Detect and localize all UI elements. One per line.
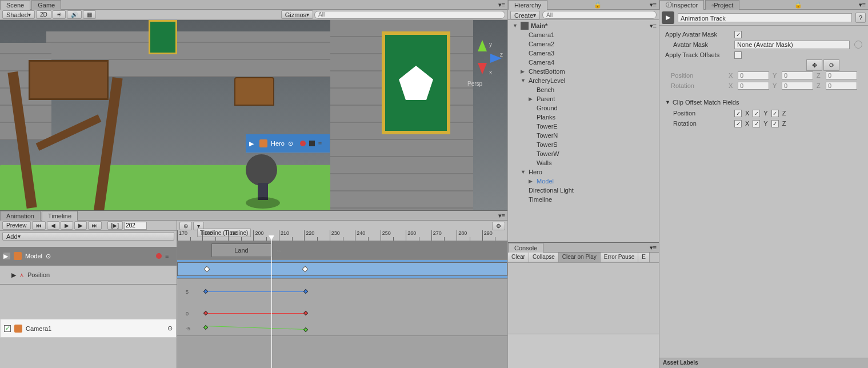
track-name-field[interactable]: Animation Track bbox=[678, 13, 852, 22]
hierarchy-item[interactable]: Directional Light bbox=[508, 186, 659, 195]
btn-2d[interactable]: 2D bbox=[36, 10, 51, 19]
rotate-tool-icon[interactable]: ⟳ bbox=[823, 59, 839, 71]
hierarchy-item[interactable]: Bench bbox=[508, 85, 659, 94]
play-icon[interactable]: ▶ bbox=[61, 221, 73, 230]
timeline-ruler[interactable]: ⊕ ▾ Timeline (Timeline) ⚙ 17018019020021… bbox=[177, 221, 507, 241]
position-x-input[interactable] bbox=[738, 71, 769, 79]
panel-menu-icon[interactable]: ▾≡ bbox=[647, 1, 659, 9]
prev-frame-icon[interactable]: ◀ bbox=[47, 221, 59, 230]
match-pos-x-checkbox[interactable] bbox=[734, 110, 742, 117]
persp-label[interactable]: Persp bbox=[467, 81, 482, 87]
keyframe-icon[interactable] bbox=[203, 311, 208, 315]
section-clip-offset[interactable]: ▼ Clip Offset Match Fields bbox=[662, 97, 866, 108]
help-icon[interactable]: ? bbox=[855, 13, 866, 23]
hierarchy-item[interactable]: ▶ChestBottom bbox=[508, 67, 659, 76]
scene-menu-icon[interactable]: ▾≡ bbox=[650, 22, 657, 30]
asset-labels-header[interactable]: Asset Labels bbox=[659, 358, 868, 368]
avatar-mask-field[interactable]: None (Avatar Mask) bbox=[734, 41, 850, 49]
hierarchy-item[interactable]: ▶Model bbox=[508, 177, 659, 186]
expand-icon[interactable]: ▼ bbox=[513, 23, 518, 29]
scene-viewport[interactable]: y x z Persp bbox=[0, 20, 507, 210]
keyframe-icon[interactable] bbox=[303, 289, 308, 294]
clip-land[interactable]: Land bbox=[211, 243, 271, 257]
match-pos-z-checkbox[interactable] bbox=[771, 110, 779, 117]
lighting-toggle-icon[interactable]: ☀ bbox=[53, 10, 66, 19]
scene-root[interactable]: ▼ Main* ▾≡ bbox=[508, 21, 659, 30]
gizmo-y-icon[interactable] bbox=[478, 40, 487, 51]
curve-z[interactable] bbox=[206, 291, 306, 292]
panel-menu-icon[interactable]: ▾≡ bbox=[496, 212, 507, 219]
match-rot-x-checkbox[interactable] bbox=[734, 120, 742, 127]
gizmos-dropdown[interactable]: Gizmos ▾ bbox=[281, 10, 313, 19]
tab-console[interactable]: Console bbox=[508, 243, 543, 253]
console-body[interactable] bbox=[508, 263, 659, 334]
expand-icon[interactable]: ▼ bbox=[521, 78, 526, 83]
hierarchy-item[interactable]: Camera3 bbox=[508, 49, 659, 58]
apply-track-offsets-checkbox[interactable] bbox=[734, 51, 742, 59]
scene-search-input[interactable] bbox=[314, 11, 505, 19]
position-z-input[interactable] bbox=[826, 71, 857, 79]
expand-icon[interactable]: ▶ bbox=[529, 96, 534, 102]
hierarchy-item[interactable]: TowerE bbox=[508, 122, 659, 131]
hierarchy-item[interactable]: Walls bbox=[508, 158, 659, 167]
record-icon[interactable] bbox=[156, 253, 162, 259]
lock-icon[interactable]: 🔒 bbox=[792, 1, 805, 9]
console-detail[interactable] bbox=[508, 334, 659, 368]
hierarchy-item[interactable]: TowerW bbox=[508, 149, 659, 158]
hierarchy-item[interactable]: Camera1 bbox=[508, 30, 659, 39]
hierarchy-item[interactable]: ▼ArcheryLevel bbox=[508, 76, 659, 85]
record-icon[interactable] bbox=[300, 141, 306, 146]
editor-button[interactable]: E bbox=[638, 253, 650, 262]
panel-menu-icon[interactable]: ▾≡ bbox=[496, 1, 507, 9]
rotation-x-input[interactable] bbox=[738, 82, 769, 90]
hierarchy-item[interactable]: TowerS bbox=[508, 140, 659, 149]
track-toggle-icon[interactable]: ▶ bbox=[3, 253, 10, 259]
lane-hero[interactable] bbox=[177, 260, 507, 279]
curve-x[interactable] bbox=[206, 313, 306, 314]
settings-icon[interactable]: ⚙ bbox=[492, 222, 505, 230]
clear-button[interactable]: Clear bbox=[508, 253, 529, 262]
lane-model[interactable]: Land ∞ bbox=[177, 241, 507, 260]
expand-icon[interactable]: ▼ bbox=[665, 99, 670, 105]
audio-toggle-icon[interactable]: 🔊 bbox=[67, 10, 82, 19]
lock-icon[interactable]: 🔒 bbox=[591, 1, 604, 9]
hierarchy-item[interactable]: Timeline bbox=[508, 195, 659, 204]
playhead[interactable] bbox=[271, 239, 272, 368]
mute-icon[interactable] bbox=[309, 141, 315, 146]
keyframe-icon[interactable] bbox=[203, 289, 208, 294]
fx-toggle-icon[interactable]: ▦ bbox=[83, 10, 96, 19]
goto-end-icon[interactable]: ⏭ bbox=[88, 221, 102, 230]
move-tool-icon[interactable]: ✥ bbox=[806, 59, 822, 71]
keyframe-icon[interactable] bbox=[303, 327, 308, 332]
shade-mode-dropdown[interactable]: Shaded ▾ bbox=[2, 10, 35, 19]
rotation-z-input[interactable] bbox=[826, 82, 857, 90]
frame-input[interactable] bbox=[124, 222, 147, 230]
orientation-gizmo[interactable]: y x z Persp bbox=[462, 40, 502, 80]
match-pos-y-checkbox[interactable] bbox=[753, 110, 760, 117]
create-dropdown[interactable]: Create ▾ bbox=[510, 11, 540, 19]
track-menu-icon[interactable]: ≡ bbox=[165, 253, 173, 259]
track-active-checkbox[interactable]: ✓ bbox=[4, 325, 11, 332]
match-rot-y-checkbox[interactable] bbox=[753, 120, 760, 127]
error-pause-button[interactable]: Error Pause bbox=[601, 253, 638, 262]
tab-inspector[interactable]: ⓘ Inspector bbox=[659, 0, 704, 10]
expand-icon[interactable]: ▶ bbox=[521, 69, 526, 74]
hierarchy-item[interactable]: ▼Hero bbox=[508, 167, 659, 177]
track-hero[interactable]: ▶ Hero ⊙ ≡ bbox=[246, 134, 330, 153]
panel-menu-icon[interactable]: ▾≡ bbox=[647, 244, 659, 251]
track-camera[interactable]: ✓ Camera1 ⊙ bbox=[0, 319, 177, 338]
tab-scene[interactable]: Scene bbox=[0, 0, 30, 10]
curve-y[interactable] bbox=[206, 326, 306, 330]
clear-on-play-button[interactable]: Clear on Play bbox=[559, 253, 601, 262]
track-model[interactable]: ▶ Model ⊙ ≡ bbox=[0, 247, 177, 266]
expand-icon[interactable]: ▼ bbox=[521, 169, 526, 175]
track-menu-icon[interactable]: ≡ bbox=[318, 140, 326, 147]
apply-avatar-mask-checkbox[interactable] bbox=[734, 31, 742, 38]
track-position[interactable]: ▶ ⋏ Position bbox=[0, 266, 177, 285]
expand-icon[interactable]: ▶ bbox=[11, 271, 16, 279]
collapse-button[interactable]: Collapse bbox=[529, 253, 559, 262]
hierarchy-search-input[interactable] bbox=[542, 11, 657, 19]
tab-game[interactable]: Game bbox=[31, 0, 61, 10]
hierarchy-item[interactable]: Ground bbox=[508, 103, 659, 113]
position-y-input[interactable] bbox=[782, 71, 813, 79]
